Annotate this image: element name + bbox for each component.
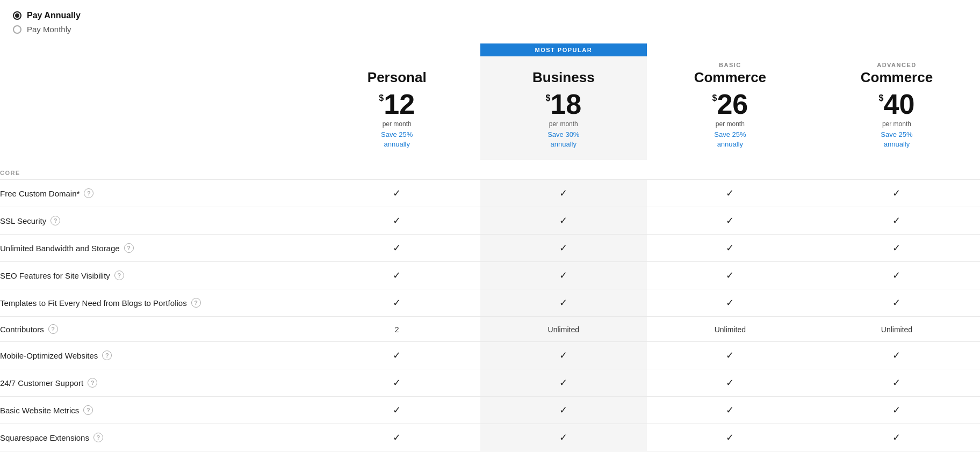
feature-name: Free Custom Domain* <box>0 189 80 198</box>
feature-value-cell: ✓ <box>813 262 980 289</box>
feature-value-cell: ✓ <box>314 424 480 451</box>
help-icon[interactable]: ? <box>51 216 60 225</box>
feature-value-cell: ✓ <box>813 235 980 262</box>
table-row: Unlimited Bandwidth and Storage?✓✓✓✓ <box>0 235 980 262</box>
feature-name-cell: Unlimited Bandwidth and Storage? <box>0 235 314 262</box>
table-row: SSL Security?✓✓✓✓ <box>0 207 980 235</box>
feature-value-cell: ✓ <box>647 424 813 451</box>
checkmark-icon: ✓ <box>892 432 900 443</box>
table-row: Squarespace Extensions?✓✓✓✓ <box>0 424 980 451</box>
feature-value-cell: ✓ <box>314 207 480 235</box>
help-icon[interactable]: ? <box>191 298 201 308</box>
table-row: Free Custom Domain*?✓✓✓✓ <box>0 180 980 207</box>
advanced-commerce-subtitle: ADVANCED <box>819 62 975 68</box>
pay-monthly-option[interactable]: Pay Monthly <box>13 25 980 34</box>
feature-value-cell: 2 <box>314 317 480 342</box>
advanced-commerce-price: 40 <box>883 90 914 118</box>
plan-header-advanced-commerce: ADVANCED Commerce $ 40 per month Save 25… <box>813 43 980 160</box>
checkmark-icon: ✓ <box>393 405 401 415</box>
feature-value-cell: ✓ <box>314 180 480 207</box>
feature-name: Unlimited Bandwidth and Storage <box>0 244 120 253</box>
feature-value-cell: ✓ <box>314 289 480 317</box>
feature-value-cell: ✓ <box>647 397 813 424</box>
feature-name: Contributors <box>0 325 44 334</box>
help-icon[interactable]: ? <box>93 433 103 442</box>
pay-annually-option[interactable]: Pay Annually <box>13 11 980 20</box>
monthly-label: Pay Monthly <box>27 25 71 34</box>
feature-value-cell: ✓ <box>314 235 480 262</box>
checkmark-icon: ✓ <box>892 377 900 388</box>
basic-commerce-price: 26 <box>717 90 748 118</box>
advanced-commerce-per-month: per month <box>819 120 975 128</box>
feature-name-cell: SSL Security? <box>0 207 314 235</box>
feature-value-cell: ✓ <box>480 397 647 424</box>
feature-text-value: 2 <box>395 325 399 334</box>
checkmark-icon: ✓ <box>393 243 401 253</box>
feature-name: Basic Website Metrics <box>0 406 79 415</box>
checkmark-icon: ✓ <box>726 270 734 281</box>
advanced-commerce-price-row: $ 40 <box>819 90 975 118</box>
feature-value-cell: ✓ <box>314 369 480 397</box>
feature-name-cell: SEO Features for Site Visibility? <box>0 262 314 289</box>
business-per-month: per month <box>486 120 642 128</box>
checkmark-icon: ✓ <box>393 432 401 443</box>
plan-header-personal: Personal $ 12 per month Save 25%annually <box>314 43 480 160</box>
annually-radio[interactable] <box>13 11 21 20</box>
feature-value-cell: ✓ <box>314 397 480 424</box>
help-icon[interactable]: ? <box>84 188 93 198</box>
help-icon[interactable]: ? <box>48 324 58 334</box>
checkmark-icon: ✓ <box>393 188 401 199</box>
plan-header-basic-commerce: BASIC Commerce $ 26 per month Save 25%an… <box>647 43 813 160</box>
feature-value-cell: ✓ <box>813 207 980 235</box>
checkmark-icon: ✓ <box>892 270 900 281</box>
feature-name: Templates to Fit Every Need from Blogs t… <box>0 298 187 308</box>
feature-value-cell: ✓ <box>647 180 813 207</box>
help-icon[interactable]: ? <box>102 351 112 360</box>
feature-value-cell: ✓ <box>480 424 647 451</box>
feature-name-cell: Squarespace Extensions? <box>0 424 314 451</box>
feature-text-value: Unlimited <box>715 325 746 334</box>
basic-commerce-save: Save 25%annually <box>652 130 808 149</box>
checkmark-icon: ✓ <box>393 215 401 226</box>
checkmark-icon: ✓ <box>393 350 401 361</box>
business-save: Save 30%annually <box>486 130 642 149</box>
feature-value-cell: ✓ <box>480 180 647 207</box>
help-icon[interactable]: ? <box>114 271 124 280</box>
personal-per-month: per month <box>319 120 475 128</box>
help-icon[interactable]: ? <box>83 405 93 415</box>
checkmark-icon: ✓ <box>559 405 567 415</box>
feature-value-cell: ✓ <box>813 180 980 207</box>
checkmark-icon: ✓ <box>726 215 734 226</box>
feature-name: 24/7 Customer Support <box>0 378 83 388</box>
page-wrapper: Pay Annually Pay Monthly Personal $ <box>0 0 980 451</box>
monthly-radio[interactable] <box>13 25 21 34</box>
checkmark-icon: ✓ <box>559 243 567 253</box>
table-row: Mobile-Optimized Websites?✓✓✓✓ <box>0 342 980 369</box>
core-section-label: CORE <box>0 160 980 180</box>
checkmark-icon: ✓ <box>892 188 900 199</box>
checkmark-icon: ✓ <box>559 297 567 308</box>
checkmark-icon: ✓ <box>559 432 567 443</box>
help-icon[interactable]: ? <box>88 378 97 388</box>
feature-value-cell: ✓ <box>647 262 813 289</box>
help-icon[interactable]: ? <box>124 243 134 253</box>
table-row: 24/7 Customer Support?✓✓✓✓ <box>0 369 980 397</box>
personal-plan-name: Personal <box>319 69 475 86</box>
feature-value-cell: Unlimited <box>647 317 813 342</box>
feature-text-value: Unlimited <box>881 325 912 334</box>
business-price: 18 <box>550 90 581 118</box>
feature-value-cell: ✓ <box>813 369 980 397</box>
feature-value-cell: ✓ <box>647 369 813 397</box>
core-section-label-row: CORE <box>0 160 980 180</box>
checkmark-icon: ✓ <box>726 405 734 415</box>
personal-dollar: $ <box>379 93 384 103</box>
feature-value-cell: ✓ <box>480 369 647 397</box>
feature-value-cell: ✓ <box>647 207 813 235</box>
advanced-commerce-save: Save 25%annually <box>819 130 975 149</box>
advanced-commerce-dollar: $ <box>879 93 884 103</box>
feature-name: SSL Security <box>0 216 46 225</box>
feature-name-cell: Mobile-Optimized Websites? <box>0 342 314 369</box>
feature-name-cell: Free Custom Domain*? <box>0 180 314 207</box>
feature-value-cell: ✓ <box>480 342 647 369</box>
plan-header-business: MOST POPULAR Business $ 18 per month Sav… <box>480 43 647 160</box>
